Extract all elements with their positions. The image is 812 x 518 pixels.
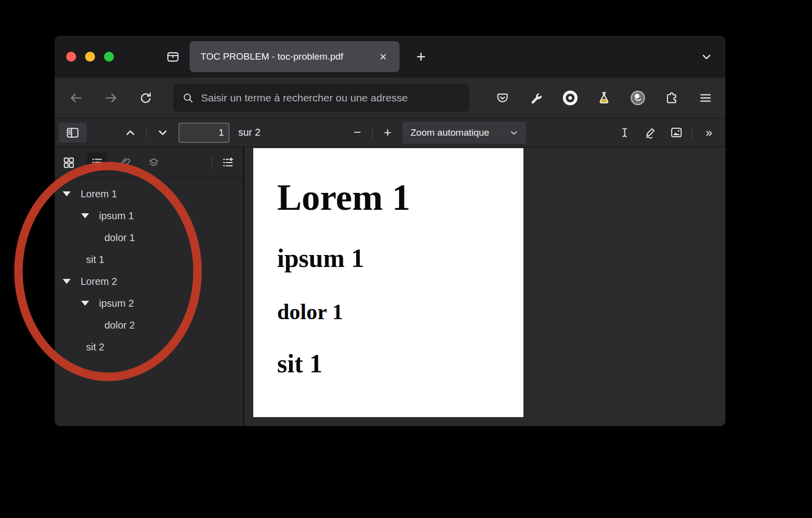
pdf-heading-4: sit 1 (277, 351, 322, 377)
extension-o-button[interactable] (561, 89, 579, 107)
pdf-page: Lorem 1 ipsum 1 dolor 1 sit 1 (253, 148, 523, 417)
layers-icon (147, 156, 160, 169)
pencil-draw-icon (644, 126, 657, 139)
toc-item-sit-2[interactable]: sit 2 (55, 336, 243, 358)
lab-extension-button[interactable] (595, 89, 613, 107)
toc-item-dolor-1[interactable]: dolor 1 (55, 227, 243, 249)
toggle-sidebar-button[interactable] (59, 123, 87, 143)
zoom-out-button[interactable]: − (347, 123, 367, 143)
thumbnails-view-button[interactable] (59, 153, 79, 173)
pdf-sidebar: Lorem 1 ipsum 1 dolor 1 sit 1 Lorem 2 (55, 147, 244, 426)
zoom-in-button[interactable]: + (378, 123, 398, 143)
previous-page-button[interactable] (120, 123, 140, 143)
document-outline-tree: Lorem 1 ipsum 1 dolor 1 sit 1 Lorem 2 (55, 178, 243, 358)
pdf-viewer-area[interactable]: Lorem 1 ipsum 1 dolor 1 sit 1 (244, 147, 725, 426)
content-area: Lorem 1 ipsum 1 dolor 1 sit 1 Lorem 2 (55, 147, 725, 426)
desktop-background: TOC PROBLEM - toc-problem.pdf ✕ + (0, 0, 812, 518)
reload-icon (139, 91, 153, 105)
caret-down-icon[interactable] (63, 191, 76, 196)
firefox-view-icon (166, 50, 180, 64)
extensions-button[interactable] (663, 89, 681, 107)
attachments-view-button[interactable] (115, 153, 135, 173)
tab-close-icon[interactable]: ✕ (376, 49, 391, 64)
search-icon (182, 92, 194, 104)
zoom-mode-select[interactable]: Zoom automatique (403, 122, 526, 144)
back-button[interactable] (66, 88, 86, 108)
toolbar-separator (146, 126, 147, 139)
text-selection-tool-button[interactable] (614, 123, 634, 143)
window-titlebar: TOC PROBLEM - toc-problem.pdf ✕ + (55, 36, 725, 78)
pdf-heading-1: Lorem 1 (277, 179, 410, 216)
caret-down-icon[interactable] (81, 213, 94, 218)
pdf-toolbar-left: sur 2 (59, 118, 260, 147)
sidebar-toggle-icon (66, 126, 80, 140)
list-all-tabs-button[interactable] (696, 46, 717, 68)
page-count-label: sur 2 (238, 127, 260, 138)
chevron-down-icon (509, 128, 519, 138)
pdf-heading-2: ipsum 1 (277, 246, 364, 271)
toolbar-separator (372, 126, 373, 139)
layers-view-button[interactable] (144, 153, 164, 173)
ink-annotation-button[interactable] (640, 123, 660, 143)
wrench-icon (529, 91, 543, 105)
chevron-down-icon (156, 126, 169, 139)
search-input[interactable] (201, 92, 462, 104)
hamburger-menu-icon (699, 91, 712, 105)
duckduckgo-button[interactable] (629, 89, 647, 107)
toolbar-separator (692, 126, 693, 139)
firefox-view-button[interactable] (163, 47, 183, 67)
close-window-button[interactable] (66, 52, 76, 62)
current-outline-item-button[interactable] (218, 153, 238, 173)
puzzle-piece-icon (665, 91, 679, 105)
image-icon (670, 126, 683, 139)
address-bar[interactable] (173, 84, 469, 112)
next-page-button[interactable] (153, 123, 173, 143)
toc-item-sit-1[interactable]: sit 1 (55, 249, 243, 270)
toc-item-lorem-2[interactable]: Lorem 2 (55, 270, 243, 292)
toc-item-ipsum-1[interactable]: ipsum 1 (55, 205, 243, 227)
navigation-toolbar (55, 78, 725, 118)
minimize-window-button[interactable] (85, 52, 95, 62)
toolbar-extensions-area (494, 89, 714, 107)
traffic-lights (66, 52, 114, 62)
forward-arrow-icon (103, 90, 118, 105)
o-badge-icon (562, 89, 579, 106)
back-arrow-icon (69, 90, 84, 105)
chevron-down-icon (700, 50, 713, 63)
toc-item-ipsum-2[interactable]: ipsum 2 (55, 292, 243, 314)
pdf-toolbar-right: » (614, 118, 718, 147)
scroll-to-current-icon (221, 156, 234, 169)
caret-down-icon[interactable] (81, 301, 94, 306)
document-outline-icon (91, 156, 103, 169)
more-tools-button[interactable]: » (699, 123, 718, 143)
reload-button[interactable] (136, 88, 156, 108)
zoom-mode-label: Zoom automatique (410, 127, 489, 138)
pdf-toolbar-center: − + Zoom automatique (347, 118, 526, 147)
pdf-heading-3: dolor 1 (277, 301, 343, 323)
pocket-button[interactable] (494, 89, 511, 107)
outline-view-button[interactable] (87, 153, 107, 173)
app-menu-button[interactable] (697, 89, 714, 107)
page-number-input[interactable] (179, 123, 229, 143)
forward-button[interactable] (101, 88, 121, 108)
flask-icon (597, 90, 611, 105)
paperclip-icon (119, 156, 132, 169)
tab-toc-problem-pdf[interactable]: TOC PROBLEM - toc-problem.pdf ✕ (190, 41, 400, 72)
stamp-image-button[interactable] (666, 123, 686, 143)
toc-item-lorem-1[interactable]: Lorem 1 (55, 183, 243, 205)
new-tab-button[interactable]: + (410, 46, 431, 67)
thumbnails-grid-icon (62, 156, 75, 169)
browser-window: TOC PROBLEM - toc-problem.pdf ✕ + (55, 36, 725, 426)
toolbar-separator (211, 156, 212, 169)
toc-item-dolor-2[interactable]: dolor 2 (55, 314, 243, 336)
text-cursor-icon (618, 126, 631, 139)
pdf-toolbar: sur 2 − + Zoom automatique (55, 118, 725, 147)
maximize-window-button[interactable] (104, 52, 114, 62)
sidebar-view-switcher (55, 147, 243, 178)
developer-tools-button[interactable] (527, 89, 545, 107)
duckduckgo-icon (630, 90, 646, 106)
pocket-icon (496, 91, 509, 105)
chevron-up-icon (124, 126, 137, 139)
caret-down-icon[interactable] (63, 279, 76, 284)
tab-title: TOC PROBLEM - toc-problem.pdf (201, 51, 376, 62)
